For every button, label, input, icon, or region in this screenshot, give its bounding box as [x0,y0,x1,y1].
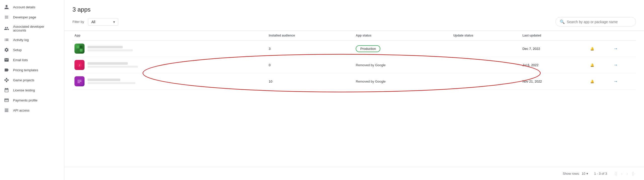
col-installed-audience: Installed audience [267,31,354,41]
rows-per-page-value: 10 [582,172,585,175]
app-icon-2: ♪ [74,60,85,70]
col-app: App [72,31,267,41]
last-updated-3: Nov 21, 2022 [520,73,588,90]
rows-per-page-select[interactable]: 10 ▾ [582,172,588,175]
installed-audience-3: 10 [267,73,354,90]
sidebar-item-game-projects[interactable]: Game projects [0,75,61,85]
filter-value: All [91,20,95,24]
last-updated-1: Dec 7, 2022 [520,41,588,57]
arrow-cell-2[interactable]: → [611,57,636,73]
sidebar-item-setup[interactable]: Setup [0,45,61,55]
app-name-3 [88,79,120,81]
sidebar-item-associated-developer-accounts-label: Associated developer accounts [13,25,57,32]
arrow-cell-3[interactable]: → [611,73,636,90]
last-updated-2: Jul 6, 2022 [520,57,588,73]
sidebar-item-associated-developer-accounts[interactable]: Associated developer accounts [0,22,61,35]
bell-icon-3[interactable]: 🔔 [590,80,594,83]
main-content: 3 apps Filter by All ▾ 🔍 App Installed a… [64,0,644,180]
sidebar-item-game-projects-label: Game projects [13,78,34,82]
prev-page-button[interactable]: ‹ [620,170,624,177]
bell-cell-2[interactable]: 🔔 [588,57,611,73]
svg-rect-0 [76,46,79,48]
sidebar-item-email-lists-label: Email lists [13,58,28,62]
app-status-2: Removed by Google [354,57,451,73]
app-status-3: Removed by Google [354,73,451,90]
sidebar-item-api-access-label: API access [13,109,29,112]
search-box[interactable]: 🔍 [555,17,636,26]
bell-cell-1[interactable]: 🔔 [588,41,611,57]
app-name-1 [88,46,123,48]
chevron-down-icon: ▾ [113,20,115,24]
chevron-down-icon-rows: ▾ [586,172,588,175]
rows-per-page: Show rows: 10 ▾ [563,172,588,175]
svg-rect-9 [77,82,80,83]
svg-rect-8 [77,81,82,82]
update-status-3 [451,73,520,90]
sidebar-item-activity-log[interactable]: Activity log [0,35,61,45]
games-icon [4,78,9,83]
installed-audience-1: 3 [267,41,354,57]
pagination-range: 1 - 3 of 3 [594,172,607,175]
sidebar-item-email-lists[interactable]: Email lists [0,55,61,65]
col-app-status: App status [354,31,451,41]
last-page-button[interactable]: |⟩ [630,170,636,177]
sidebar-item-license-testing-label: License testing [13,88,35,92]
first-page-button[interactable]: ⟨| [613,170,619,177]
sidebar-item-developer-page[interactable]: Developer page [0,12,61,22]
table-header-row: App Installed audience App status Update… [72,31,636,41]
app-cell-3 [72,73,267,90]
sidebar-item-license-testing[interactable]: License testing [0,85,61,95]
app-package-3 [88,82,135,84]
update-status-1 [451,41,520,57]
settings-icon [4,47,9,52]
app-icon-3 [74,76,85,86]
sidebar: Account details Developer page Associate… [0,0,64,180]
table-container: App Installed audience App status Update… [64,31,644,167]
list-icon [4,37,9,42]
filter-row: Filter by All ▾ 🔍 [72,17,636,26]
app-package-1 [88,49,133,51]
table-row: 10 Removed by Google Nov 21, 2022 🔔 [72,73,636,90]
update-status-2 [451,57,520,73]
web-icon [4,15,9,20]
sidebar-item-account-details-label: Account details [13,5,35,9]
search-icon: 🔍 [560,19,565,24]
sidebar-item-setup-label: Setup [13,48,22,52]
svg-rect-3 [80,49,83,52]
email-icon [4,57,9,62]
show-rows-label: Show rows: [563,172,580,175]
search-input[interactable] [567,20,632,24]
app-cell-1 [72,41,267,57]
col-actions [588,31,611,41]
table-row: ♪ 0 Removed by G [72,57,636,73]
svg-rect-2 [76,49,79,52]
next-page-button[interactable]: › [625,170,629,177]
bell-icon-1[interactable]: 🔔 [590,47,594,51]
table-wrapper: App Installed audience App status Update… [72,31,636,90]
app-name-2 [88,62,128,65]
pagination-controls: ⟨| ‹ › |⟩ [613,170,636,177]
arrow-right-icon-2[interactable]: → [613,62,618,67]
arrow-right-icon-3[interactable]: → [613,79,618,84]
sidebar-item-payments-profile[interactable]: Payments profile [0,95,61,105]
bell-icon-2[interactable]: 🔔 [590,63,594,67]
license-icon [4,88,9,93]
bell-cell-3[interactable]: 🔔 [588,73,611,90]
table-row: 3 Production Dec 7, 2022 🔔 [72,41,636,57]
sidebar-item-api-access[interactable]: API access [0,105,61,115]
sidebar-item-pricing-templates-label: Pricing templates [13,68,38,72]
arrow-cell-1[interactable]: → [611,41,636,57]
sidebar-item-developer-page-label: Developer page [13,15,36,19]
sidebar-item-pricing-templates[interactable]: Pricing templates [0,65,61,75]
page-title: 3 apps [72,6,636,13]
col-last-updated: Last updated [520,31,588,41]
svg-rect-7 [77,80,82,81]
people-icon [4,26,9,31]
api-icon [4,108,9,113]
app-status-1: Production [354,41,451,57]
installed-audience-2: 0 [267,57,354,73]
arrow-right-icon-1[interactable]: → [613,46,618,51]
filter-select[interactable]: All ▾ [88,18,118,26]
col-update-status: Update status [451,31,520,41]
sidebar-item-account-details[interactable]: Account details [0,2,61,12]
